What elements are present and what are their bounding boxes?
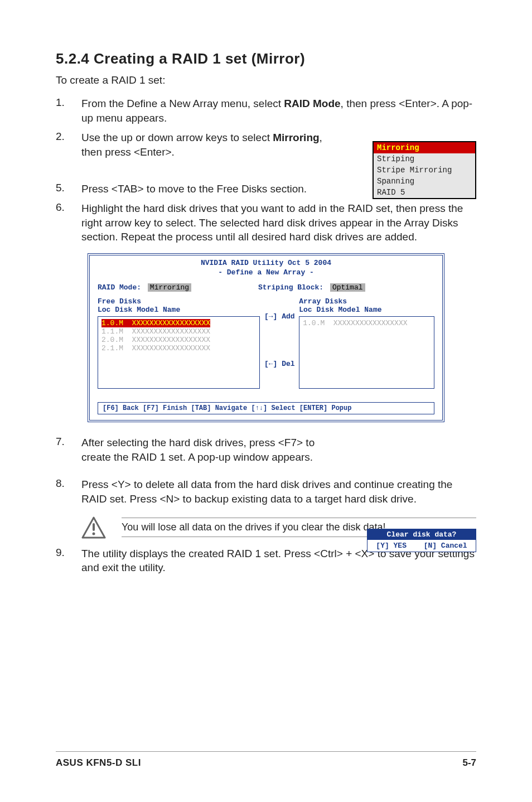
step-7: 7. After selecting the hard disk drives,… xyxy=(56,436,476,464)
clear-popup-title: Clear disk data? xyxy=(367,529,476,540)
popup-item-stripe-mirroring[interactable]: Stripe Mirroring xyxy=(374,165,475,176)
add-del-ops: [→] Add [←] Del xyxy=(260,297,299,389)
step-text: Press <Y> to delete all data from the ha… xyxy=(81,477,476,506)
step-2-pre: Use the up or down arrow keys to select xyxy=(81,132,273,143)
raid-mode-label: RAID Mode: xyxy=(98,283,141,292)
footer-left: ASUS KFN5-D SLI xyxy=(56,757,141,769)
step-8: 8. Press <Y> to delete all data from the… xyxy=(56,477,476,506)
popup-item-striping[interactable]: Striping xyxy=(374,153,475,165)
warning-icon xyxy=(81,516,106,539)
step-number: 6. xyxy=(56,201,81,244)
step-number: 9. xyxy=(56,547,81,575)
step-number: 7. xyxy=(56,436,81,464)
nvidia-footer-hints: [F6] Back [F7] Finish [TAB] Navigate [↑↓… xyxy=(98,402,434,414)
svg-point-2 xyxy=(93,532,95,535)
section-title: 5.2.4 Creating a RAID 1 set (Mirror) xyxy=(56,50,476,67)
disk-row-selected[interactable]: 1.0.M XXXXXXXXXXXXXXXXXX xyxy=(101,319,210,327)
free-disks-list[interactable]: 1.0.M XXXXXXXXXXXXXXXXXX 1.1.M XXXXXXXXX… xyxy=(98,316,260,389)
free-disks-header: Loc Disk Model Name xyxy=(98,306,260,314)
step-number: 8. xyxy=(56,477,81,506)
step-1-bold: RAID Mode xyxy=(284,98,340,109)
nvidia-title: NVIDIA RAID Utility Oct 5 2004 xyxy=(90,255,442,268)
footer-right: 5-7 xyxy=(462,757,476,769)
disk-row[interactable]: 1.1.M XXXXXXXXXXXXXXXXXX xyxy=(101,327,256,336)
step-2-bold: Mirroring xyxy=(273,132,319,143)
disk-row[interactable]: 2.1.M XXXXXXXXXXXXXXXXXX xyxy=(101,344,256,352)
step-text: From the Define a New Array menu, select… xyxy=(81,96,476,125)
striping-block-label: Striping Block: xyxy=(258,283,323,292)
step-number: 2. xyxy=(56,131,81,159)
svg-rect-1 xyxy=(93,523,95,531)
array-disks-header: Loc Disk Model Name xyxy=(299,306,434,314)
step-1: 1. From the Define a New Array menu, sel… xyxy=(56,96,476,125)
step-text: Highlight the hard disk drives that you … xyxy=(81,201,476,244)
page-footer: ASUS KFN5-D SLI 5-7 xyxy=(56,751,476,769)
step-text: Press <TAB> to move to the Free Disks se… xyxy=(81,182,307,196)
step-number: 5. xyxy=(56,182,81,196)
array-disks-list[interactable]: 1.0.M XXXXXXXXXXXXXXXXX xyxy=(299,316,434,389)
disk-row[interactable]: 2.0.M XXXXXXXXXXXXXXXXXX xyxy=(101,336,256,344)
clear-popup-no[interactable]: [N] Cancel xyxy=(424,542,467,550)
free-disks-label: Free Disks xyxy=(98,297,260,306)
nvidia-raid-dialog: NVIDIA RAID Utility Oct 5 2004 - Define … xyxy=(88,253,444,422)
disk-row[interactable]: 1.0.M XXXXXXXXXXXXXXXXX xyxy=(303,319,431,327)
step-text: After selecting the hard disk drives, pr… xyxy=(81,436,316,464)
clear-disk-popup: Clear disk data? [Y] YES [N] Cancel xyxy=(367,529,476,552)
popup-item-spanning[interactable]: Spanning xyxy=(374,176,475,187)
raid-mode-popup: Mirroring Striping Stripe Mirroring Span… xyxy=(373,141,476,199)
raid-mode-value[interactable]: Mirroring xyxy=(148,283,191,292)
step-number: 1. xyxy=(56,96,81,125)
popup-item-raid5[interactable]: RAID 5 xyxy=(374,187,475,198)
array-disks-label: Array Disks xyxy=(299,297,434,306)
nvidia-subtitle: - Define a New Array - xyxy=(90,268,442,280)
step-6: 6. Highlight the hard disk drives that y… xyxy=(56,201,476,244)
step-1-pre: From the Define a New Array menu, select xyxy=(81,98,284,109)
del-op[interactable]: [←] Del xyxy=(264,360,295,368)
popup-item-mirroring[interactable]: Mirroring xyxy=(374,142,475,153)
step-text: Use the up or down arrow keys to select … xyxy=(81,131,327,159)
add-op[interactable]: [→] Add xyxy=(264,312,295,321)
intro-text: To create a RAID 1 set: xyxy=(56,74,476,86)
striping-block-value[interactable]: Optimal xyxy=(330,283,365,292)
clear-popup-yes[interactable]: [Y] YES xyxy=(376,542,407,550)
